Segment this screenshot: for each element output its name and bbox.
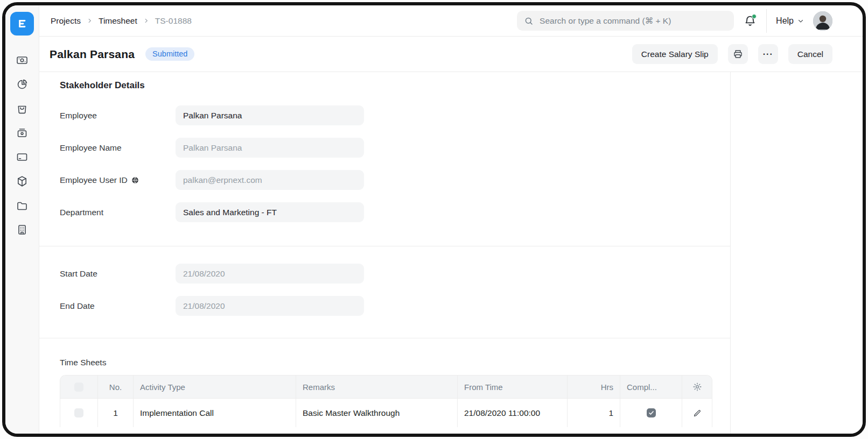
start-date-field[interactable]: 21/08/2020 xyxy=(176,264,364,284)
row-from-time[interactable]: 21/08/2020 11:00:00 xyxy=(458,399,568,427)
erpnext-logo[interactable] xyxy=(10,12,34,36)
department-field[interactable]: Sales and Marketing - FT xyxy=(176,202,364,222)
user-avatar[interactable] xyxy=(813,11,832,31)
section-stakeholder-details: Stakeholder Details Employee Palkan Pars… xyxy=(39,72,730,246)
field-employee-name: Employee Name Palkan Parsana xyxy=(60,138,712,158)
table-row: 1 Implementation Call Basic Master Walkt… xyxy=(60,398,712,427)
search-input[interactable] xyxy=(538,16,727,26)
globe-icon xyxy=(131,176,139,184)
app-window: Projects Timesheet TS-01888 xyxy=(2,2,866,437)
breadcrumb-current: TS-01888 xyxy=(155,16,192,26)
building-icon[interactable] xyxy=(16,223,29,236)
row-checkbox[interactable] xyxy=(74,408,83,417)
cash-register-icon[interactable] xyxy=(16,126,29,139)
section-heading: Stakeholder Details xyxy=(60,72,712,91)
row-no: 1 xyxy=(98,399,134,427)
shopping-bag-icon[interactable] xyxy=(16,102,29,115)
employee-name-field[interactable]: Palkan Parsana xyxy=(176,138,364,158)
global-search[interactable] xyxy=(517,11,734,31)
field-label: Department xyxy=(60,208,176,217)
breadcrumb-projects[interactable]: Projects xyxy=(51,16,81,26)
row-activity-type[interactable]: Implementation Call xyxy=(134,399,296,427)
create-salary-slip-button[interactable]: Create Salary Slip xyxy=(632,44,718,64)
form-side-panel xyxy=(731,72,863,434)
check-icon xyxy=(648,410,654,416)
select-all-checkbox[interactable] xyxy=(74,383,83,392)
row-edit-cell xyxy=(682,399,712,427)
field-end-date: End Date 21/08/2020 xyxy=(60,296,712,316)
main-column: Projects Timesheet TS-01888 xyxy=(39,5,863,434)
module-rail xyxy=(5,5,39,434)
col-completed: Compl... xyxy=(620,376,682,398)
field-label: Start Date xyxy=(60,269,176,279)
field-label: Employee xyxy=(60,111,176,121)
rail-icon-list xyxy=(16,54,29,236)
field-label: Employee Name xyxy=(60,143,176,153)
select-all-cell xyxy=(60,376,98,398)
time-sheets-table: No. Activity Type Remarks From Time Hrs … xyxy=(60,375,712,427)
chevron-down-icon xyxy=(797,18,804,24)
section-dates: Start Date 21/08/2020 End Date 21/08/202… xyxy=(39,246,730,338)
field-start-date: Start Date 21/08/2020 xyxy=(60,264,712,284)
time-sheets-label: Time Sheets xyxy=(60,358,712,367)
section-time-sheets: Time Sheets No. Activity Type Remarks Fr… xyxy=(39,338,730,427)
header-actions: Create Salary Slip ··· Cancel xyxy=(632,44,832,64)
col-no: No. xyxy=(98,376,134,398)
table-header-row: No. Activity Type Remarks From Time Hrs … xyxy=(60,376,712,398)
employee-user-id-field[interactable]: palkan@erpnext.com xyxy=(176,170,364,190)
navbar-divider xyxy=(766,9,767,33)
status-badge: Submitted xyxy=(145,47,194,61)
field-employee: Employee Palkan Parsana xyxy=(60,105,712,125)
pie-chart-icon[interactable] xyxy=(16,78,29,91)
help-label: Help xyxy=(776,16,794,26)
chevron-right-icon xyxy=(143,18,149,24)
navbar: Projects Timesheet TS-01888 xyxy=(39,5,863,37)
form-area: Stakeholder Details Employee Palkan Pars… xyxy=(39,72,731,434)
help-menu[interactable]: Help xyxy=(776,16,804,26)
field-label: Employee User ID xyxy=(60,175,176,185)
employee-field[interactable]: Palkan Parsana xyxy=(176,105,364,125)
col-from-time: From Time xyxy=(458,376,568,398)
end-date-field[interactable]: 21/08/2020 xyxy=(176,296,364,316)
credit-card-icon[interactable] xyxy=(16,151,29,164)
completed-checkbox[interactable] xyxy=(647,408,656,417)
page-title: Palkan Parsana xyxy=(50,48,135,61)
cancel-button[interactable]: Cancel xyxy=(788,44,832,64)
avatar-image xyxy=(813,11,832,31)
gear-icon[interactable] xyxy=(692,382,702,392)
content: Stakeholder Details Employee Palkan Pars… xyxy=(39,72,863,434)
folder-icon[interactable] xyxy=(16,199,29,212)
page-header: Palkan Parsana Submitted Create Salary S… xyxy=(39,37,863,72)
row-remarks[interactable]: Basic Master Walkthrough xyxy=(296,399,458,427)
chevron-right-icon xyxy=(87,18,93,24)
edit-pencil-icon[interactable] xyxy=(692,408,702,418)
field-department: Department Sales and Marketing - FT xyxy=(60,202,712,222)
field-label-text: Employee User ID xyxy=(60,175,128,185)
col-activity-type: Activity Type xyxy=(134,376,296,398)
row-select-cell xyxy=(60,399,98,427)
breadcrumb-timesheet[interactable]: Timesheet xyxy=(99,16,137,26)
col-settings xyxy=(682,376,712,398)
breadcrumb: Projects Timesheet TS-01888 xyxy=(51,16,192,26)
col-remarks: Remarks xyxy=(296,376,458,398)
banknote-icon[interactable] xyxy=(16,54,29,67)
erpnext-logo-glyph xyxy=(15,17,29,31)
notifications-bell-icon[interactable] xyxy=(743,14,757,28)
notification-dot xyxy=(752,14,757,19)
row-completed-cell xyxy=(620,399,682,427)
col-hrs: Hrs xyxy=(568,376,620,398)
package-icon[interactable] xyxy=(16,175,29,188)
row-hrs[interactable]: 1 xyxy=(568,399,620,427)
field-employee-user-id: Employee User ID palkan@erpnext.com xyxy=(60,170,712,190)
print-button[interactable] xyxy=(728,44,748,64)
more-menu-button[interactable]: ··· xyxy=(758,44,778,64)
search-icon xyxy=(524,16,534,26)
field-label: End Date xyxy=(60,301,176,311)
printer-icon xyxy=(732,48,744,60)
navbar-right: Help xyxy=(517,9,832,33)
